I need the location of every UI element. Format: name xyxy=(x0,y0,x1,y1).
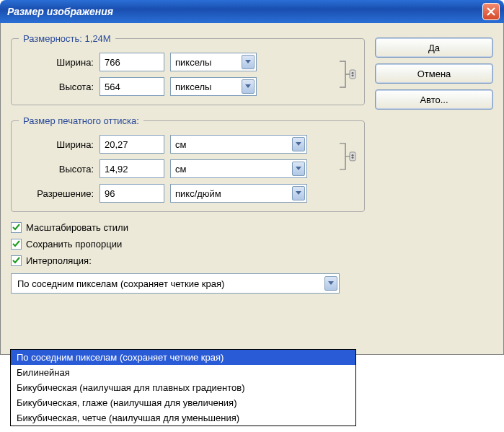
print-height-input[interactable] xyxy=(100,159,164,178)
pixel-height-row: Высота: пикселы xyxy=(19,77,337,96)
svg-point-1 xyxy=(352,72,354,74)
print-width-input[interactable] xyxy=(100,135,164,154)
pixel-height-unit-value: пикселы xyxy=(175,81,242,92)
print-width-unit-select[interactable]: см xyxy=(170,135,307,154)
resolution-row: Разрешение: пикс/дюйм xyxy=(19,184,337,203)
print-height-row: Высота: см xyxy=(19,159,337,178)
chevron-down-icon xyxy=(292,162,305,176)
svg-rect-3 xyxy=(350,152,355,161)
svg-point-5 xyxy=(352,157,354,159)
cancel-button-label: Отмена xyxy=(417,69,451,79)
resolution-input[interactable] xyxy=(100,184,164,203)
resolution-unit-select[interactable]: пикс/дюйм xyxy=(170,184,307,203)
pixel-height-unit-select[interactable]: пикселы xyxy=(170,77,257,96)
interpolation-select[interactable]: По соседним пикселам (сохраняет четкие к… xyxy=(11,273,340,294)
check-icon xyxy=(12,240,20,248)
scale-styles-row: Масштабировать стили xyxy=(11,222,365,233)
svg-point-2 xyxy=(352,74,354,76)
chevron-down-icon xyxy=(242,79,255,94)
pixel-height-label: Высота: xyxy=(19,81,94,92)
print-height-unit-select[interactable]: см xyxy=(170,159,307,178)
resolution-label: Разрешение: xyxy=(19,188,94,199)
print-width-row: Ширина: см xyxy=(19,135,337,154)
resolution-unit-value: пикс/дюйм xyxy=(175,188,292,199)
auto-button[interactable]: Авто... xyxy=(375,89,493,110)
close-button[interactable] xyxy=(482,3,500,20)
window-title: Размер изображения xyxy=(4,6,482,17)
right-column: Да Отмена Авто... xyxy=(375,33,493,344)
dimensions-legend: Размерность: 1,24M xyxy=(19,33,115,44)
interpolation-dropdown-list: По соседним пикселам (сохраняет четкие к… xyxy=(10,349,356,426)
print-size-group: Размер печатного оттиска: Ширина: см Выс… xyxy=(11,115,365,212)
interpolation-checkbox[interactable] xyxy=(11,255,22,266)
print-height-unit-value: см xyxy=(175,164,292,175)
dropdown-option[interactable]: Бикубическая, глаже (наилучшая для увели… xyxy=(11,395,355,410)
titlebar: Размер изображения xyxy=(0,0,504,23)
dimensions-group: Размерность: 1,24M Ширина: пикселы Высот… xyxy=(11,33,365,105)
chevron-down-icon xyxy=(292,137,305,151)
ok-button-label: Да xyxy=(428,43,440,53)
chevron-down-icon xyxy=(324,276,337,291)
check-icon xyxy=(12,224,20,232)
interpolation-label: Интерполяция: xyxy=(26,255,92,266)
pixel-width-label: Ширина: xyxy=(19,57,94,68)
dropdown-option[interactable]: Билинейная xyxy=(11,365,355,380)
constrain-proportions-checkbox[interactable] xyxy=(11,239,22,250)
svg-point-4 xyxy=(352,154,354,157)
close-icon xyxy=(487,7,495,16)
ok-button[interactable]: Да xyxy=(375,38,493,58)
scale-styles-checkbox[interactable] xyxy=(11,222,22,233)
pixel-width-unit-value: пикселы xyxy=(175,57,242,68)
dropdown-option[interactable]: Бикубическая (наилучшая для плавных град… xyxy=(11,380,355,395)
cancel-button[interactable]: Отмена xyxy=(375,63,493,84)
dropdown-option[interactable]: Бикубическая, четче (наилучшая для умень… xyxy=(11,410,355,426)
chevron-down-icon xyxy=(292,186,305,200)
print-width-label: Ширина: xyxy=(19,139,94,150)
auto-button-label: Авто... xyxy=(420,94,448,105)
chevron-down-icon xyxy=(242,55,255,69)
pixel-width-unit-select[interactable]: пикселы xyxy=(170,53,257,71)
pixel-width-input[interactable] xyxy=(100,53,164,71)
left-column: Размерность: 1,24M Ширина: пикселы Высот… xyxy=(11,33,365,344)
print-width-unit-value: см xyxy=(175,139,292,150)
scale-styles-label: Масштабировать стили xyxy=(26,222,128,233)
constrain-link-icon xyxy=(337,135,357,203)
constrain-proportions-label: Сохранить пропорции xyxy=(26,239,122,250)
dropdown-option[interactable]: По соседним пикселам (сохраняет четкие к… xyxy=(11,350,355,365)
print-height-label: Высота: xyxy=(19,164,94,175)
svg-rect-0 xyxy=(350,70,355,79)
interpolation-row: Интерполяция: xyxy=(11,255,365,266)
check-icon xyxy=(12,257,20,265)
pixel-width-row: Ширина: пикселы xyxy=(19,53,337,71)
dialog-body: Размерность: 1,24M Ширина: пикселы Высот… xyxy=(0,23,504,355)
constrain-proportions-row: Сохранить пропорции xyxy=(11,239,365,250)
interpolation-select-value: По соседним пикселам (сохраняет четкие к… xyxy=(17,278,324,289)
constrain-link-icon xyxy=(337,53,357,96)
print-size-legend: Размер печатного оттиска: xyxy=(19,115,143,126)
pixel-height-input[interactable] xyxy=(100,77,164,96)
